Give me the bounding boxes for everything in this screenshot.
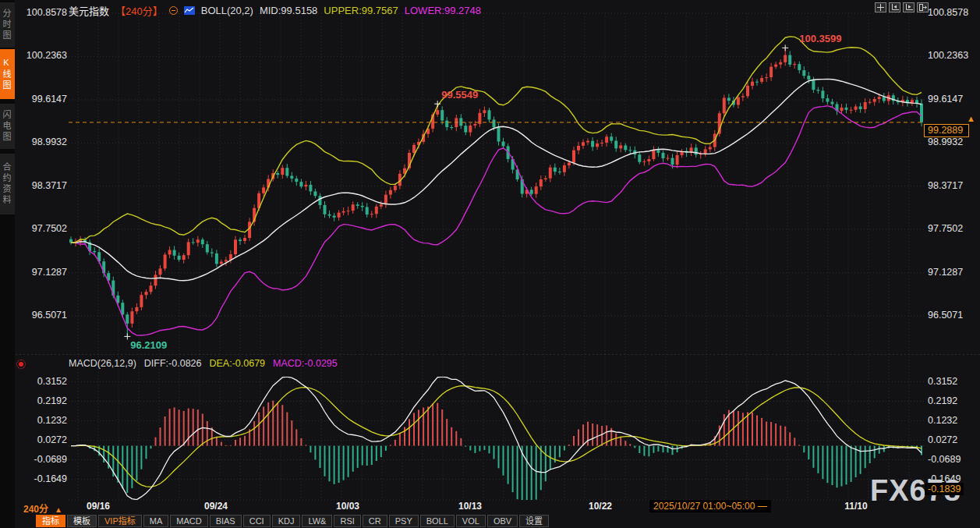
macd-settings-icon[interactable] [19, 362, 23, 367]
toolbar-button-PSY[interactable]: PSY [389, 515, 419, 527]
price-annotation: 96.2109 [130, 339, 167, 351]
boll-mid-value: MID:99.5158 [260, 5, 317, 16]
axis-tick-label: 0.2192 [37, 395, 67, 406]
period-label[interactable]: 【240分】 [115, 3, 163, 18]
period-up-arrow-icon: ▲ [55, 505, 62, 514]
left-sidebar: 分时图 K线图 闪电图 合约资料 [0, 0, 15, 528]
boll-indicator-label: BOLL(20,2) [201, 5, 253, 16]
macd-dea-value: DEA:-0.0679 [209, 358, 265, 369]
macd-hist-value: MACD:-0.0295 [273, 358, 338, 369]
price-annotation: 100.3599 [799, 33, 841, 44]
toolbar-button-VIP指标[interactable]: VIP指标 [98, 515, 142, 527]
macd-axis-right: 0.31520.21920.12320.0272-0.0689-0.1649 [928, 0, 979, 515]
xaxis-date-label: 11/10 [844, 501, 867, 512]
sidebar-tab-flash-chart[interactable]: 闪电图 [0, 104, 15, 149]
toolbar-button-设置[interactable]: 设置 [519, 515, 549, 527]
xaxis-date-label: 10/13 [458, 501, 482, 512]
price-annotation: 99.5549 [441, 89, 478, 101]
sidebar-tab-time-chart[interactable]: 分时图 [0, 2, 15, 48]
axis-tick-label: 0.0272 [37, 434, 67, 445]
toolbar-button-MACD[interactable]: MACD [170, 515, 207, 527]
pane-expand-icon[interactable] [917, 2, 929, 12]
macd-diff-value: DIFF:-0.0826 [144, 358, 202, 369]
xaxis-date-label: 09/16 [87, 501, 110, 512]
chart-plot-area[interactable]: 96.210999.5549100.3599 [0, 0, 980, 518]
boll-lower-value: LOWER:99.2748 [405, 5, 481, 16]
current-price-badge: 99.2889 [924, 124, 969, 137]
symbol-name: 美元指数 [69, 3, 109, 18]
xaxis-date-label: 10/22 [589, 501, 612, 512]
toolbar-button-KDJ[interactable]: KDJ [272, 515, 301, 527]
axis-tick-label: 0.3152 [928, 376, 957, 387]
boll-upper-value: UPPER:99.7567 [324, 5, 398, 16]
chart-header: 美元指数 【240分】 BOLL(20,2) MID:99.5158 UPPER… [69, 4, 481, 16]
macd-header: MACD(26,12,9) DIFF:-0.0826 DEA:-0.0679 M… [69, 358, 338, 369]
sidebar-tab-contract-info[interactable]: 合约资料 [0, 154, 15, 214]
trading-app-window: 96.210999.5549100.3599 分时图 K线图 闪电图 合约资料 … [0, 0, 980, 528]
macd-current-badge: -0.1839 [925, 483, 964, 495]
toolbar-button-BOLL[interactable]: BOLL [420, 515, 455, 527]
toolbar-button-VOL[interactable]: VOL [456, 515, 486, 527]
axis-tick-label: 0.2192 [928, 395, 957, 406]
toolbar-button-BIAS[interactable]: BIAS [210, 515, 242, 527]
axis-tick-label: 0.1232 [37, 415, 67, 426]
axis-tick-label: -0.0689 [928, 454, 961, 465]
toolbar-button-LW&[interactable]: LW& [302, 515, 332, 527]
price-up-arrow-icon: ▲ [967, 114, 975, 123]
minus-circle-icon[interactable] [169, 6, 178, 15]
crosshair-icon[interactable] [875, 2, 886, 12]
toolbar-button-OBV[interactable]: OBV [487, 515, 518, 527]
toolbar-button-CR[interactable]: CR [363, 515, 387, 527]
toolbar-button-指标[interactable]: 指标 [36, 515, 65, 527]
xaxis-date-label: 09/24 [204, 501, 228, 512]
axis-tick-label: -0.0689 [34, 454, 67, 465]
sidebar-tab-kline-chart[interactable]: K线图 [0, 49, 15, 99]
toolbar-button-模板[interactable]: 模板 [67, 515, 97, 527]
toolbar-button-RSI[interactable]: RSI [334, 515, 360, 527]
zoom-out-axis-icon[interactable] [889, 2, 900, 12]
axis-tick-label: 0.3152 [37, 376, 67, 387]
toolbar-button-CCI[interactable]: CCI [243, 515, 271, 527]
chart-control-buttons [875, 2, 929, 12]
macd-axis-left: 0.31520.21920.12320.0272-0.0689-0.1649 [16, 0, 67, 515]
axis-tick-label: -0.1649 [34, 473, 67, 484]
toolbar-button-MA[interactable]: MA [143, 515, 169, 527]
axis-tick-label: 0.1232 [928, 415, 957, 426]
candlestick-chart-icon[interactable] [184, 6, 195, 15]
xaxis-period-label: 240分 [23, 504, 48, 515]
axis-tick-label: 0.0272 [928, 434, 957, 445]
indicator-toolbar: 指标模板VIP指标MAMACDBIASCCIKDJLW&RSICRPSYBOLL… [36, 515, 550, 528]
xaxis-period-selector[interactable]: 240分▲ [23, 501, 62, 515]
highlighted-candle-datetime: 2025/10/27 01:00~05:00 — [649, 500, 771, 512]
xaxis-date-label: 10/03 [336, 501, 359, 512]
zoom-in-axis-icon[interactable] [903, 2, 915, 12]
macd-indicator-label: MACD(26,12,9) [69, 358, 136, 369]
